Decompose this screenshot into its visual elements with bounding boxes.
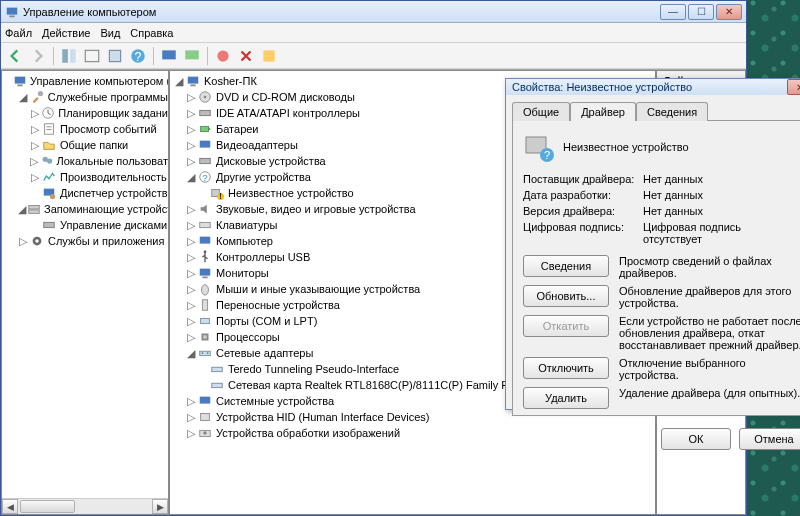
toolbar: ? bbox=[1, 43, 746, 69]
toolbar-icon[interactable] bbox=[159, 46, 179, 66]
toolbar-icon[interactable] bbox=[236, 46, 256, 66]
imaging-icon bbox=[197, 426, 213, 440]
toolbar-icon[interactable] bbox=[105, 46, 125, 66]
svg-point-60 bbox=[203, 431, 207, 435]
navigation-tree[interactable]: ▸Управление компьютером (л ◢Служебные пр… bbox=[1, 70, 169, 515]
svg-rect-33 bbox=[201, 126, 209, 131]
storage-icon bbox=[27, 202, 41, 216]
close-button[interactable]: ✕ bbox=[716, 4, 742, 20]
titlebar[interactable]: Управление компьютером — ☐ ✕ bbox=[1, 1, 746, 23]
forward-button[interactable] bbox=[28, 46, 48, 66]
svg-text:?: ? bbox=[135, 49, 142, 63]
tree-item[interactable]: ◢Запоминающие устройст bbox=[16, 201, 168, 217]
svg-rect-17 bbox=[46, 126, 51, 127]
scrollbar-horizontal[interactable]: ◀ ▶ bbox=[2, 498, 168, 514]
ide-icon bbox=[197, 106, 213, 120]
back-button[interactable] bbox=[5, 46, 25, 66]
keyboard-icon bbox=[197, 218, 213, 232]
prop-val: Нет данных bbox=[643, 173, 800, 185]
svg-rect-48 bbox=[202, 300, 207, 311]
prop-val: Нет данных bbox=[643, 189, 800, 201]
tree-item[interactable]: ▷Общие папки bbox=[28, 137, 168, 153]
menu-action[interactable]: Действие bbox=[42, 27, 90, 39]
users-icon bbox=[40, 154, 54, 168]
help-icon[interactable]: ? bbox=[128, 46, 148, 66]
tab-general[interactable]: Общие bbox=[512, 102, 570, 121]
driver-remove-button[interactable]: Удалить bbox=[523, 387, 609, 409]
computer-icon bbox=[13, 74, 27, 88]
tree-item[interactable]: ▷Службы и приложения bbox=[16, 233, 168, 249]
scroll-left-button[interactable]: ◀ bbox=[2, 499, 18, 514]
hid-icon bbox=[197, 410, 213, 424]
toolbar-icon[interactable] bbox=[213, 46, 233, 66]
svg-point-31 bbox=[204, 96, 207, 99]
usb-icon bbox=[197, 250, 213, 264]
toolbar-icon[interactable] bbox=[82, 46, 102, 66]
tree-item[interactable]: ▸Диспетчер устройств bbox=[28, 185, 168, 201]
tree-item[interactable]: ◢Служебные программы bbox=[16, 89, 168, 105]
cancel-button[interactable]: Отмена bbox=[739, 428, 800, 450]
menu-file[interactable]: Файл bbox=[5, 27, 32, 39]
toolbar-icon[interactable] bbox=[259, 46, 279, 66]
prop-key: Поставщик драйвера: bbox=[523, 173, 643, 185]
prop-key: Цифровая подпись: bbox=[523, 221, 643, 245]
menu-help[interactable]: Справка bbox=[130, 27, 173, 39]
battery-icon bbox=[197, 122, 213, 136]
services-icon bbox=[29, 234, 45, 248]
tab-details[interactable]: Сведения bbox=[636, 102, 708, 121]
svg-rect-57 bbox=[200, 397, 211, 404]
svg-rect-52 bbox=[200, 351, 211, 355]
display-adapter-icon bbox=[197, 138, 213, 152]
tree-item[interactable]: ▷Просмотр событий bbox=[28, 121, 168, 137]
ok-button[interactable]: ОК bbox=[661, 428, 731, 450]
svg-point-27 bbox=[35, 239, 39, 243]
svg-text:?: ? bbox=[544, 149, 550, 161]
toolbar-icon[interactable] bbox=[59, 46, 79, 66]
svg-rect-58 bbox=[201, 414, 210, 421]
svg-rect-8 bbox=[162, 50, 176, 59]
svg-rect-34 bbox=[209, 128, 211, 130]
minimize-button[interactable]: — bbox=[660, 4, 686, 20]
menubar: Файл Действие Вид Справка bbox=[1, 23, 746, 43]
window-title: Управление компьютером bbox=[23, 6, 660, 18]
svg-rect-4 bbox=[85, 50, 99, 61]
dialog-titlebar[interactable]: Свойства: Неизвестное устройство ✕ bbox=[506, 79, 800, 95]
network-adapter-icon bbox=[209, 362, 225, 376]
svg-point-20 bbox=[47, 158, 52, 163]
port-icon bbox=[197, 314, 213, 328]
scroll-right-button[interactable]: ▶ bbox=[152, 499, 168, 514]
portable-icon bbox=[197, 298, 213, 312]
tree-item[interactable]: ▸Управление дисками bbox=[28, 217, 168, 233]
button-description: Удаление драйвера (для опытных). bbox=[619, 387, 800, 399]
driver-details-button[interactable]: Сведения bbox=[523, 255, 609, 277]
toolbar-icon[interactable] bbox=[182, 46, 202, 66]
computer-icon bbox=[185, 74, 201, 88]
svg-rect-28 bbox=[188, 77, 199, 84]
tools-icon bbox=[29, 90, 45, 104]
svg-rect-5 bbox=[109, 50, 120, 61]
driver-update-button[interactable]: Обновить... bbox=[523, 285, 609, 307]
tree-root[interactable]: ▸Управление компьютером (л bbox=[4, 73, 168, 89]
svg-rect-2 bbox=[62, 49, 68, 63]
svg-rect-51 bbox=[203, 335, 207, 339]
prop-key: Версия драйвера: bbox=[523, 205, 643, 217]
svg-rect-23 bbox=[29, 206, 40, 210]
tree-item[interactable]: ▷Локальные пользоват bbox=[28, 153, 168, 169]
svg-text:?: ? bbox=[202, 172, 207, 183]
shared-folders-icon bbox=[41, 138, 57, 152]
svg-rect-25 bbox=[44, 222, 55, 227]
tree-item[interactable]: ▷Производительность bbox=[28, 169, 168, 185]
svg-point-22 bbox=[50, 194, 55, 199]
svg-rect-3 bbox=[70, 49, 76, 63]
dialog-close-button[interactable]: ✕ bbox=[787, 79, 800, 95]
tree-item[interactable]: ▷Планировщик задани bbox=[28, 105, 168, 121]
driver-disable-button[interactable]: Отключить bbox=[523, 357, 609, 379]
monitor-icon bbox=[197, 266, 213, 280]
maximize-button[interactable]: ☐ bbox=[688, 4, 714, 20]
device-manager-icon bbox=[41, 186, 57, 200]
scroll-thumb[interactable] bbox=[20, 500, 75, 513]
menu-view[interactable]: Вид bbox=[100, 27, 120, 39]
tab-driver[interactable]: Драйвер bbox=[570, 102, 636, 121]
network-adapter-icon bbox=[209, 378, 225, 392]
scheduler-icon bbox=[40, 106, 55, 120]
